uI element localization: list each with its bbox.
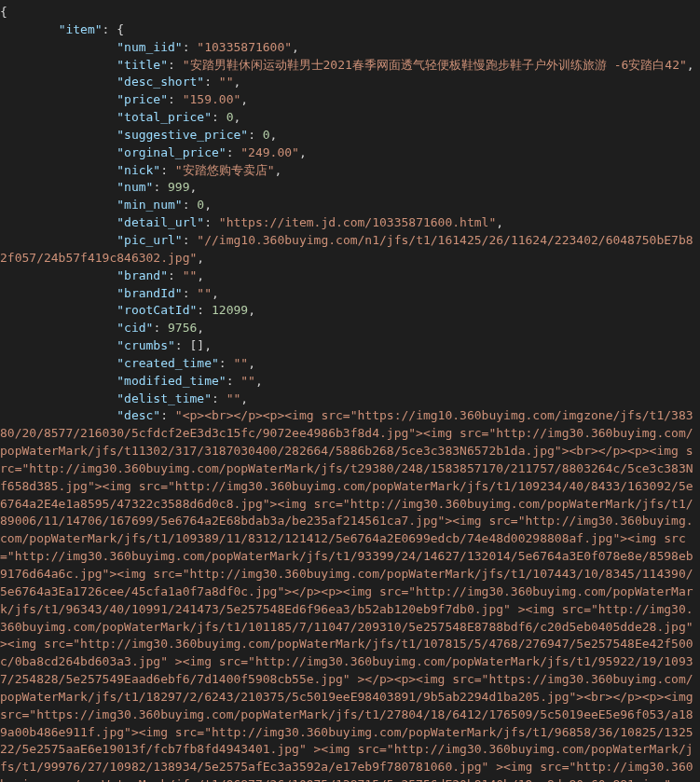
json-code-view: { "item": { "num_iid": "10335871600", "t… bbox=[0, 4, 700, 782]
